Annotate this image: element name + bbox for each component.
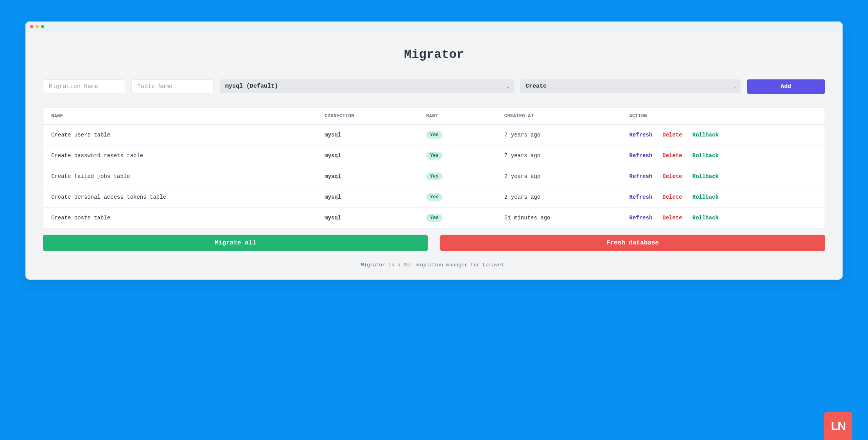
- add-button[interactable]: Add: [747, 79, 825, 94]
- close-icon[interactable]: [30, 25, 33, 28]
- migrations-table-card: NAME CONNECTION RAN? CREATED AT ACTION C…: [43, 108, 825, 228]
- cell-actions: RefreshDeleteRollback: [622, 187, 825, 208]
- cell-connection: mysql: [317, 187, 418, 208]
- footer-link[interactable]: Migrator: [361, 262, 385, 268]
- refresh-link[interactable]: Refresh: [629, 153, 653, 159]
- minimize-icon[interactable]: [36, 25, 39, 28]
- header-connection: CONNECTION: [317, 108, 418, 125]
- fresh-database-button[interactable]: Fresh database: [440, 235, 825, 251]
- cell-created: 2 years ago: [497, 166, 622, 187]
- cell-actions: RefreshDeleteRollback: [622, 125, 825, 145]
- app-content: Migrator mysql (Default) Create Add NAME: [25, 32, 843, 280]
- footer-text: Migrator is a GUI migration manager for …: [43, 262, 825, 268]
- cell-actions: RefreshDeleteRollback: [622, 166, 825, 187]
- cell-ran: Yes: [418, 166, 497, 187]
- ran-badge: Yes: [426, 152, 443, 160]
- cell-created: 2 years ago: [497, 187, 622, 208]
- bottom-buttons: Migrate all Fresh database: [43, 235, 825, 251]
- cell-ran: Yes: [418, 125, 497, 145]
- cell-name: Create failed jobs table: [43, 166, 317, 187]
- ln-badge-icon: LN: [824, 412, 852, 440]
- type-select-wrap: Create: [520, 79, 741, 94]
- header-name: NAME: [43, 108, 317, 125]
- cell-created: 7 years ago: [497, 125, 622, 145]
- ran-badge: Yes: [426, 214, 443, 222]
- cell-name: Create personal access tokens table: [43, 187, 317, 208]
- connection-select-wrap: mysql (Default): [220, 79, 514, 94]
- refresh-link[interactable]: Refresh: [629, 194, 653, 200]
- refresh-link[interactable]: Refresh: [629, 132, 653, 138]
- delete-link[interactable]: Delete: [662, 132, 682, 138]
- table-row: Create password resets tablemysqlYes7 ye…: [43, 145, 825, 166]
- migrations-table: NAME CONNECTION RAN? CREATED AT ACTION C…: [43, 108, 825, 228]
- table-name-input[interactable]: [131, 79, 213, 94]
- cell-ran: Yes: [418, 187, 497, 208]
- table-row: Create failed jobs tablemysqlYes2 years …: [43, 166, 825, 187]
- app-window: Migrator mysql (Default) Create Add NAME: [25, 22, 843, 280]
- delete-link[interactable]: Delete: [662, 194, 682, 200]
- header-ran: RAN?: [418, 108, 497, 125]
- cell-actions: RefreshDeleteRollback: [622, 145, 825, 166]
- rollback-link[interactable]: Rollback: [692, 153, 719, 159]
- header-action: ACTION: [622, 108, 825, 125]
- migrate-all-button[interactable]: Migrate all: [43, 235, 428, 251]
- cell-created: 51 minutes ago: [497, 208, 622, 228]
- migration-name-input[interactable]: [43, 79, 125, 94]
- cell-created: 7 years ago: [497, 145, 622, 166]
- footer-rest: is a GUI migration manager for Laravel.: [385, 262, 507, 268]
- cell-name: Create password resets table: [43, 145, 317, 166]
- delete-link[interactable]: Delete: [662, 173, 682, 180]
- table-row: Create users tablemysqlYes7 years agoRef…: [43, 125, 825, 145]
- ran-badge: Yes: [426, 193, 443, 201]
- maximize-icon[interactable]: [41, 25, 44, 28]
- rollback-link[interactable]: Rollback: [692, 132, 719, 138]
- header-created: CREATED AT: [497, 108, 622, 125]
- rollback-link[interactable]: Rollback: [692, 215, 719, 221]
- table-row: Create personal access tokens tablemysql…: [43, 187, 825, 208]
- rollback-link[interactable]: Rollback: [692, 173, 719, 180]
- cell-connection: mysql: [317, 166, 418, 187]
- rollback-link[interactable]: Rollback: [692, 194, 719, 200]
- page-title: Migrator: [43, 47, 825, 62]
- refresh-link[interactable]: Refresh: [629, 173, 653, 180]
- window-titlebar: [25, 22, 843, 32]
- cell-connection: mysql: [317, 208, 418, 228]
- ran-badge: Yes: [426, 131, 443, 139]
- type-select[interactable]: Create: [520, 79, 741, 93]
- table-row: Create posts tablemysqlYes51 minutes ago…: [43, 208, 825, 228]
- cell-ran: Yes: [418, 145, 497, 166]
- delete-link[interactable]: Delete: [662, 215, 682, 221]
- cell-actions: RefreshDeleteRollback: [622, 208, 825, 228]
- toolbar: mysql (Default) Create Add: [43, 79, 825, 94]
- refresh-link[interactable]: Refresh: [629, 215, 653, 221]
- delete-link[interactable]: Delete: [662, 153, 682, 159]
- cell-connection: mysql: [317, 145, 418, 166]
- cell-name: Create posts table: [43, 208, 317, 228]
- ran-badge: Yes: [426, 172, 443, 180]
- cell-name: Create users table: [43, 125, 317, 145]
- connection-select[interactable]: mysql (Default): [220, 79, 514, 93]
- cell-ran: Yes: [418, 208, 497, 228]
- cell-connection: mysql: [317, 125, 418, 145]
